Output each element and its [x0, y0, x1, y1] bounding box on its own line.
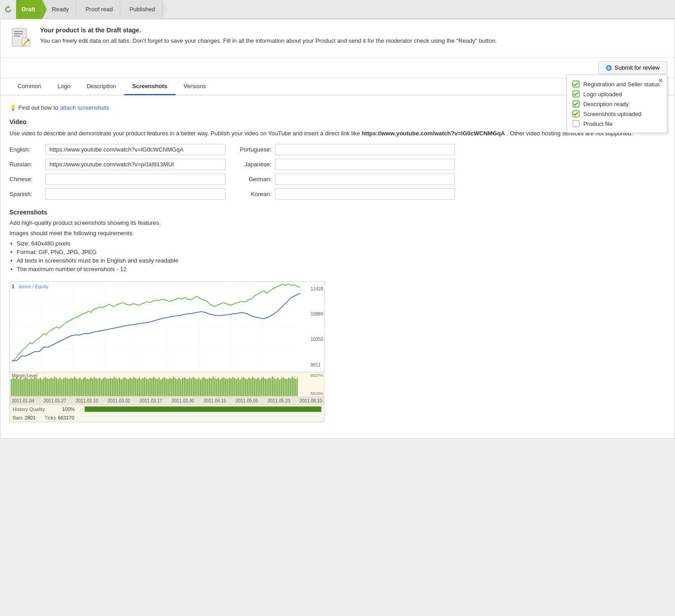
svg-rect-159 — [247, 379, 248, 396]
svg-rect-48 — [47, 379, 48, 396]
svg-rect-110 — [158, 378, 160, 396]
svg-rect-62 — [72, 379, 73, 396]
close-icon[interactable]: ✕ — [658, 77, 663, 84]
attach-screenshots-link[interactable]: attach screenshots — [60, 104, 109, 111]
checklist-item-4: Product file — [572, 120, 660, 127]
svg-rect-88 — [119, 378, 120, 396]
svg-rect-56 — [61, 379, 63, 396]
chart-sub-svg — [10, 372, 298, 397]
tab-screenshots[interactable]: Screenshots — [124, 78, 176, 95]
svg-rect-139 — [211, 379, 212, 396]
stage-ready[interactable]: Ready — [43, 0, 76, 19]
chart-sub-y: 9227% 5819% — [310, 373, 323, 396]
svg-rect-108 — [155, 378, 156, 396]
svg-rect-173 — [272, 377, 273, 396]
svg-rect-76 — [97, 379, 99, 396]
input-chinese[interactable] — [45, 174, 225, 185]
svg-rect-130 — [194, 378, 196, 396]
svg-rect-182 — [288, 378, 289, 396]
draft-text: Your product is at the Draft stage. You … — [40, 27, 497, 45]
svg-rect-149 — [229, 378, 230, 396]
svg-rect-146 — [223, 377, 225, 396]
svg-rect-141 — [214, 378, 216, 396]
svg-rect-73 — [92, 379, 93, 396]
label-english: English: — [9, 146, 45, 153]
svg-rect-3 — [14, 33, 23, 34]
svg-rect-163 — [254, 378, 255, 396]
submit-button[interactable]: Submit for review — [598, 61, 667, 74]
svg-rect-58 — [65, 377, 66, 396]
chart-main: 1 lance / Equity 11428 10889 10350 9811 — [10, 282, 324, 372]
input-japanese[interactable] — [275, 159, 455, 170]
svg-rect-72 — [90, 378, 91, 396]
svg-rect-183 — [290, 379, 291, 396]
svg-rect-49 — [49, 379, 50, 396]
input-spanish[interactable] — [45, 188, 225, 200]
requirements-list: Size: 640x480 pixels Format: GIF, PNG, J… — [9, 240, 666, 272]
svg-rect-165 — [257, 378, 259, 396]
svg-rect-136 — [205, 379, 207, 396]
svg-rect-177 — [279, 379, 280, 396]
checklist-item-3: Screenshots uploaded — [572, 110, 660, 117]
svg-rect-2 — [14, 31, 23, 32]
svg-rect-52 — [54, 377, 55, 396]
svg-rect-179 — [283, 377, 284, 396]
svg-rect-105 — [149, 378, 151, 396]
svg-rect-50 — [50, 378, 52, 396]
history-quality-label: History Quality — [13, 406, 62, 412]
input-portuguese[interactable] — [275, 144, 455, 155]
svg-rect-145 — [221, 378, 223, 396]
input-german[interactable] — [275, 174, 455, 185]
submit-bar: Submit for review ✕ Registration and Sel… — [0, 58, 675, 78]
req-item-2: All texts in screenshots must be in Engl… — [17, 257, 666, 264]
svg-rect-100 — [140, 379, 142, 396]
svg-rect-158 — [245, 379, 246, 396]
input-english[interactable] — [45, 144, 225, 155]
svg-rect-28 — [11, 379, 12, 396]
ticks-label: Ticks — [45, 415, 56, 420]
svg-rect-127 — [189, 378, 190, 396]
svg-rect-121 — [178, 378, 180, 396]
svg-rect-176 — [277, 378, 279, 396]
svg-rect-156 — [241, 378, 243, 396]
svg-rect-4 — [14, 36, 20, 36]
input-russian[interactable] — [45, 159, 225, 170]
svg-rect-66 — [79, 378, 81, 396]
svg-rect-169 — [265, 379, 266, 396]
svg-rect-85 — [113, 377, 115, 396]
tab-common[interactable]: Common — [9, 78, 50, 95]
draft-icon — [9, 27, 33, 50]
tab-description[interactable]: Description — [79, 78, 124, 95]
svg-rect-160 — [248, 378, 250, 396]
svg-rect-131 — [196, 379, 198, 396]
svg-rect-112 — [162, 378, 163, 396]
input-korean[interactable] — [275, 188, 455, 200]
svg-rect-41 — [34, 377, 36, 396]
submit-label: Submit for review — [615, 64, 660, 71]
tab-logo[interactable]: Logo — [50, 78, 79, 95]
label-spanish: Spanish: — [9, 191, 45, 197]
svg-rect-94 — [130, 378, 131, 396]
svg-rect-180 — [284, 379, 286, 396]
screenshots-desc1: Add high-quality product screenshots sho… — [9, 219, 666, 226]
svg-rect-187 — [297, 378, 298, 396]
svg-rect-154 — [238, 378, 239, 396]
stage-published[interactable]: Published — [121, 0, 163, 19]
svg-rect-118 — [173, 377, 174, 396]
svg-rect-87 — [117, 379, 118, 396]
svg-rect-82 — [108, 379, 109, 396]
svg-rect-90 — [122, 378, 124, 396]
stage-draft[interactable]: Draft — [16, 0, 43, 19]
svg-rect-109 — [157, 379, 158, 396]
svg-rect-126 — [187, 379, 189, 396]
svg-rect-181 — [286, 379, 288, 396]
checklist-item-0: Registration and Seller status — [572, 80, 660, 88]
refresh-button[interactable] — [0, 0, 16, 19]
svg-rect-86 — [115, 378, 117, 396]
svg-rect-68 — [83, 378, 84, 396]
chart-svg — [10, 282, 311, 372]
stage-proofread[interactable]: Proof read — [76, 0, 121, 19]
svg-rect-53 — [56, 378, 57, 396]
svg-rect-55 — [59, 378, 61, 396]
tab-versions[interactable]: Versions — [176, 78, 214, 95]
